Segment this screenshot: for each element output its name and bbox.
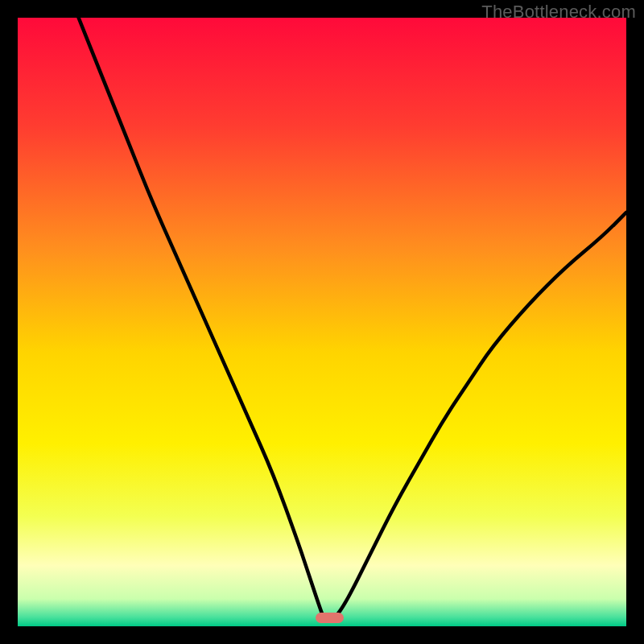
optimal-marker	[316, 613, 344, 623]
bottleneck-curve	[18, 18, 626, 626]
watermark-text: TheBottleneck.com	[481, 2, 636, 23]
chart-stage: TheBottleneck.com	[0, 0, 644, 644]
plot-area	[18, 18, 626, 626]
